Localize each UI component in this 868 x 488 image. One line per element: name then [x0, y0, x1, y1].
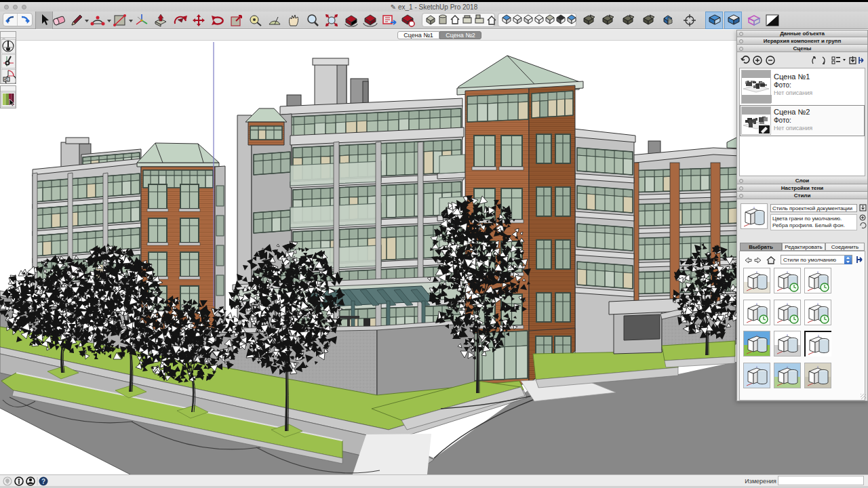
svg-text:?: ?: [41, 478, 45, 485]
svg-text:45: 45: [4, 77, 8, 81]
